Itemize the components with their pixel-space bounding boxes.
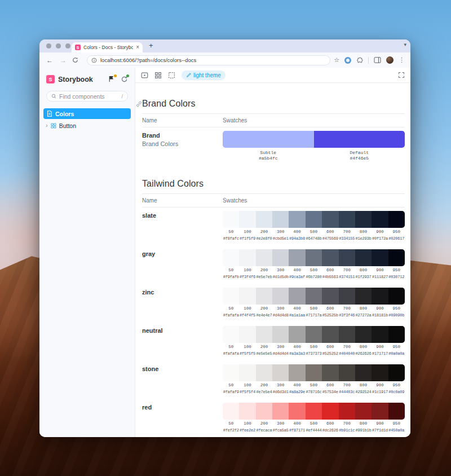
forward-icon[interactable]: → <box>59 57 68 64</box>
hex-label: #f8fafc <box>223 236 239 241</box>
hex-label: #1f2937 <box>355 275 372 280</box>
scale-labels: 50100200300400500600700800900950 <box>223 345 405 350</box>
row-name: stone <box>142 365 223 372</box>
swatch-cell <box>239 211 255 228</box>
row-name-col: zinc <box>142 288 223 318</box>
swatch-cell <box>355 288 372 305</box>
extensions-puzzle-icon[interactable] <box>356 57 363 64</box>
hex-label: #737373 <box>306 351 322 356</box>
canvas-view-icon[interactable] <box>141 72 148 79</box>
tab-title: Colors - Docs - Storybook <box>83 45 133 50</box>
whats-new-flag-icon[interactable] <box>108 76 116 83</box>
row-name-col: red <box>142 403 223 433</box>
hex-label: #fafaf9 <box>223 390 239 395</box>
brand-swatch-bar <box>223 131 405 148</box>
scale-label: 700 <box>339 345 355 350</box>
theme-toggle-button[interactable]: light theme <box>182 70 226 80</box>
zoom-grid-icon[interactable] <box>154 72 162 79</box>
address-bar[interactable]: localhost:6006/?path=/docs/colors--docs <box>87 55 330 65</box>
row-description: Brand Colors <box>142 140 223 147</box>
swatch-cell <box>306 326 322 343</box>
scale-label: 800 <box>355 345 372 350</box>
sidebar-item-button[interactable]: › Button <box>43 120 131 131</box>
storybook-canvas: light theme Brand Colors Name Swatches <box>135 68 410 437</box>
hex-label: #334155 <box>339 236 355 241</box>
swatch-cell <box>339 326 355 343</box>
row-name-col: slate <box>142 211 223 241</box>
close-tab-icon[interactable]: × <box>136 45 139 50</box>
browser-tab[interactable]: S Colors - Docs - Storybook × <box>72 42 143 52</box>
sidebar-item-colors[interactable]: Colors <box>43 108 131 119</box>
scale-label: 300 <box>272 383 289 388</box>
hex-label: #ef4444 <box>306 428 322 433</box>
browser-window: S Colors - Docs - Storybook × + ▾ ← → lo… <box>39 39 410 437</box>
row-swatches: 50100200300400500600700800900950#fafafa#… <box>223 326 405 356</box>
row-name: red <box>142 404 223 411</box>
scale-label: 950 <box>388 306 405 311</box>
scale-label: 600 <box>322 230 338 235</box>
swatch-cell <box>239 326 255 343</box>
swatch-cell <box>223 364 239 381</box>
hex-label: #b91c1c <box>339 428 355 433</box>
table-header: Name Swatches <box>142 194 405 208</box>
tab-list-chevron-icon[interactable]: ▾ <box>404 42 406 47</box>
window-minimize-button[interactable] <box>56 43 61 49</box>
hex-label: #404040 <box>339 351 355 356</box>
hex-label: #fecaca <box>256 428 272 433</box>
row-name: neutral <box>142 327 223 334</box>
swatch-cell <box>372 249 388 266</box>
scale-label: 600 <box>322 345 338 350</box>
scale-label: 600 <box>322 383 338 388</box>
browser-menu-icon[interactable]: ⋮ <box>399 57 405 63</box>
bookmark-star-icon[interactable]: ☆ <box>334 57 339 63</box>
hex-label: #1e293b <box>355 236 372 241</box>
storybook-brand-title[interactable]: Storybook <box>58 76 108 83</box>
swatch-cell <box>388 249 405 266</box>
extension-icon[interactable] <box>344 57 351 64</box>
profile-avatar[interactable] <box>386 56 393 64</box>
update-dot <box>126 74 129 77</box>
new-tab-button[interactable]: + <box>149 41 153 50</box>
hex-label: #9ca3af <box>289 275 305 280</box>
reload-icon[interactable] <box>72 57 81 63</box>
chevron-right-icon[interactable]: › <box>46 122 48 129</box>
back-icon[interactable]: ← <box>45 57 54 64</box>
scale-label: 700 <box>339 421 355 426</box>
window-close-button[interactable] <box>46 43 51 49</box>
swatch-bar <box>223 364 405 381</box>
column-swatches: Swatches <box>223 117 247 124</box>
side-panel-icon[interactable] <box>374 57 381 63</box>
swatch-label-name: Default <box>314 150 405 156</box>
swatch-cell <box>372 364 388 381</box>
anchor-link-icon[interactable] <box>136 101 142 107</box>
hex-label: #e7e5e4 <box>256 390 272 395</box>
swatch-label-hex: #a5b4fc <box>223 156 314 161</box>
tailwind-rows: slate50100200300400500600700800900950#f8… <box>142 208 405 437</box>
window-zoom-button[interactable] <box>65 43 70 49</box>
storybook-logo-icon[interactable]: S <box>46 75 55 83</box>
hex-labels: #f9fafb#f3f4f6#e5e7eb#d1d5db#9ca3af#6b72… <box>223 275 405 280</box>
swatch-cell <box>272 364 289 381</box>
site-info-icon[interactable] <box>91 58 97 63</box>
window-controls[interactable] <box>46 43 70 49</box>
hex-label: #e5e7eb <box>256 275 272 280</box>
swatch-cell <box>289 326 305 343</box>
hex-label: #7f1d1d <box>372 428 388 433</box>
hex-label: #a3a3a3 <box>289 351 305 356</box>
desktop: S Colors - Docs - Storybook × + ▾ ← → lo… <box>0 0 451 476</box>
hex-label: #475569 <box>322 236 338 241</box>
scale-label: 800 <box>355 230 372 235</box>
swatch-cell <box>355 403 372 420</box>
column-swatches: Swatches <box>223 197 247 204</box>
hex-label: #e4e4e7 <box>256 313 272 318</box>
update-sync-icon[interactable] <box>121 76 128 83</box>
swatch-bar <box>223 326 405 343</box>
fullscreen-expand-icon[interactable] <box>398 72 405 78</box>
hex-label: #fafafa <box>223 313 239 318</box>
outline-toggle-icon[interactable] <box>168 72 175 79</box>
hex-label: #d4d4d4 <box>272 351 289 356</box>
search-input[interactable]: Find components / <box>46 91 128 102</box>
notification-dot <box>114 74 117 77</box>
scale-label: 700 <box>339 383 355 388</box>
section-title: Brand Colors <box>142 99 405 114</box>
